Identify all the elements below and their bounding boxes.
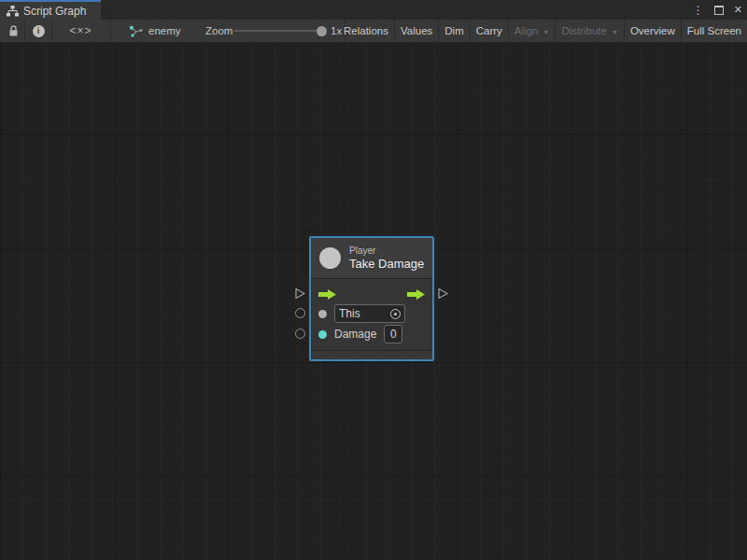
zoom-label: Zoom xyxy=(205,20,233,42)
damage-label: Damage xyxy=(334,328,376,341)
code-view-icon: <×> xyxy=(69,24,92,37)
graph-tab-icon xyxy=(7,6,19,17)
object-picker-icon[interactable] xyxy=(390,309,401,319)
code-view-button[interactable]: <×> xyxy=(52,20,109,42)
this-field-value: This xyxy=(339,307,360,320)
chevron-down-icon: ▼ xyxy=(612,29,618,35)
maximize-icon[interactable] xyxy=(714,6,724,15)
toolbar-button-group: Relations Values Dim Carry Align ▼ Distr… xyxy=(345,20,747,42)
node-footer xyxy=(311,350,432,359)
damage-port-dot[interactable] xyxy=(318,330,327,339)
object-picker-dot xyxy=(394,313,397,315)
value-input-port-this[interactable] xyxy=(295,308,305,318)
toolbar-separator xyxy=(24,20,25,42)
tab-title: Script Graph xyxy=(23,5,86,18)
close-icon[interactable]: ✕ xyxy=(734,5,742,15)
flow-port-row xyxy=(318,285,425,303)
lock-button[interactable] xyxy=(3,20,23,42)
graph-canvas[interactable]: Player Take Damage This xyxy=(0,42,747,560)
node-category: Player xyxy=(349,245,424,257)
info-icon: i xyxy=(33,25,45,37)
window-controls: ⋮ ✕ xyxy=(693,0,742,20)
title-bar: Script Graph ⋮ ✕ xyxy=(0,0,747,20)
carry-button[interactable]: Carry xyxy=(470,20,508,42)
node-title: Take Damage xyxy=(349,257,424,271)
relations-button[interactable]: Relations xyxy=(338,20,394,42)
zoom-slider-handle[interactable] xyxy=(317,26,327,36)
node-take-damage[interactable]: Player Take Damage This xyxy=(309,236,434,361)
flow-in-arrow-icon[interactable] xyxy=(318,289,336,300)
tab-script-graph[interactable]: Script Graph xyxy=(0,0,101,20)
this-port-row: This xyxy=(318,303,425,324)
this-object-field[interactable]: This xyxy=(334,304,405,323)
damage-port-row: Damage 0 xyxy=(318,324,425,344)
node-body: This Damage 0 xyxy=(311,279,432,350)
chevron-down-icon: ▼ xyxy=(543,29,549,35)
flow-input-port[interactable] xyxy=(295,287,305,300)
window-menu-icon[interactable]: ⋮ xyxy=(693,5,704,16)
info-button[interactable]: i xyxy=(26,20,50,42)
player-icon xyxy=(319,247,341,269)
graph-toolbar: i <×> enemy Zoom 1x Relations Values Dim xyxy=(0,20,747,42)
flow-output-port[interactable] xyxy=(438,287,448,300)
dim-button[interactable]: Dim xyxy=(438,20,469,42)
align-dropdown[interactable]: Align ▼ xyxy=(508,20,556,42)
this-port-dot[interactable] xyxy=(318,310,327,318)
graph-reference[interactable]: enemy xyxy=(129,20,181,42)
distribute-dropdown[interactable]: Distribute ▼ xyxy=(555,20,624,42)
graph-reference-label: enemy xyxy=(148,25,181,36)
overview-button[interactable]: Overview xyxy=(624,20,681,42)
values-button[interactable]: Values xyxy=(394,20,438,42)
script-graph-asset-icon xyxy=(129,25,143,37)
lock-icon xyxy=(8,25,19,37)
toolbar-separator xyxy=(110,20,111,42)
fullscreen-button[interactable]: Full Screen xyxy=(681,20,747,42)
node-header[interactable]: Player Take Damage xyxy=(311,238,432,279)
damage-value-field[interactable]: 0 xyxy=(384,325,402,343)
value-input-port-damage[interactable] xyxy=(295,329,305,339)
zoom-slider-track[interactable] xyxy=(233,30,320,32)
flow-out-arrow-icon[interactable] xyxy=(407,289,425,300)
damage-field-value: 0 xyxy=(390,328,397,341)
